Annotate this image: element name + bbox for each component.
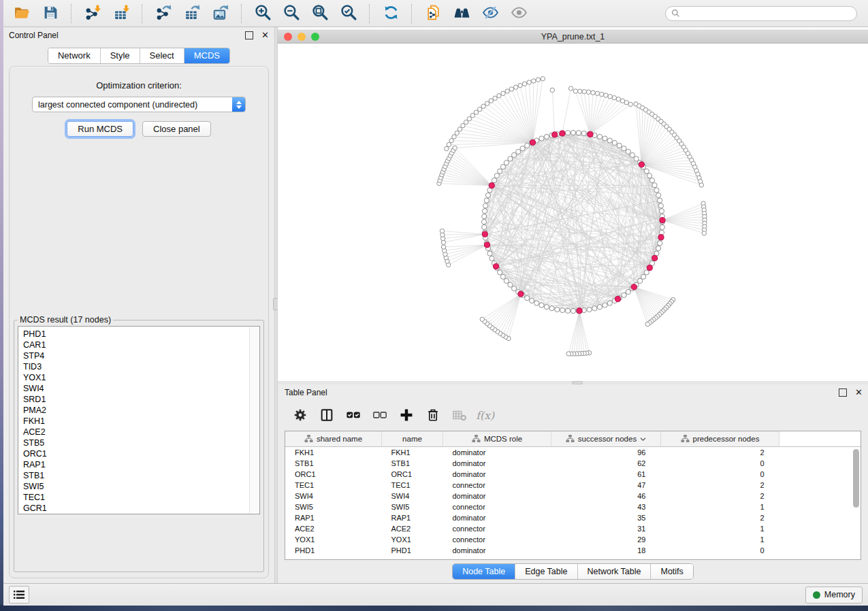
find-button[interactable] <box>449 3 475 24</box>
table-row[interactable]: RAP1RAP1dominator352 <box>285 512 861 523</box>
mcds-hub-node[interactable] <box>482 231 487 237</box>
mcds-hub-node[interactable] <box>530 139 535 145</box>
open-file-button[interactable] <box>9 3 35 24</box>
float-panel-icon[interactable] <box>839 389 847 397</box>
show-columns-button[interactable] <box>315 405 338 427</box>
column-header-predecessor-nodes[interactable]: predecessor nodes <box>661 431 779 447</box>
close-panel-icon[interactable]: ✕ <box>261 32 269 39</box>
import-table-button[interactable] <box>108 3 134 24</box>
column-header-mcds-role[interactable]: MCDS role <box>443 431 551 447</box>
tab-select[interactable]: Select <box>140 48 184 63</box>
mcds-hub-node[interactable] <box>577 308 582 314</box>
show-hidden-button[interactable] <box>506 3 532 24</box>
hide-unhide-button[interactable] <box>477 3 503 24</box>
mcds-result-item[interactable]: YOX1 <box>23 372 259 383</box>
tab-motifs[interactable]: Motifs <box>651 564 692 579</box>
mcds-hub-node[interactable] <box>518 291 524 297</box>
mcds-hub-node[interactable] <box>615 296 620 301</box>
table-row[interactable]: FKH1FKH1dominator962 <box>285 447 861 459</box>
mcds-hub-node[interactable] <box>484 242 489 248</box>
table-scrollbar[interactable] <box>853 449 859 508</box>
mcds-hub-node[interactable] <box>639 162 644 167</box>
table-row[interactable]: YOX1YOX1connector291 <box>285 534 861 545</box>
zoom-in-button[interactable] <box>250 3 276 24</box>
network-canvas[interactable] <box>278 44 868 381</box>
import-network-button[interactable] <box>80 3 106 24</box>
mcds-result-item[interactable]: GCR1 <box>23 503 259 514</box>
splitter-grabber[interactable] <box>572 381 583 384</box>
export-table-button[interactable] <box>179 3 205 24</box>
graph-leaf-nodes[interactable] <box>437 77 707 357</box>
mcds-result-item[interactable]: TID3 <box>23 361 259 372</box>
mcds-result-item[interactable]: PMA2 <box>23 405 259 416</box>
mcds-result-item[interactable]: STB5 <box>23 437 259 448</box>
save-session-button[interactable] <box>37 3 63 24</box>
export-network-button[interactable] <box>150 3 176 24</box>
mcds-result-item[interactable]: CAR1 <box>23 340 259 350</box>
mcds-result-item[interactable]: RAP1 <box>23 459 259 470</box>
panel-menu-button[interactable] <box>9 586 29 604</box>
zoom-out-button[interactable] <box>278 3 304 24</box>
mcds-result-item[interactable]: SWI4 <box>23 383 259 394</box>
export-image-button[interactable] <box>208 3 234 24</box>
mcds-result-item[interactable]: SRD1 <box>23 394 259 405</box>
zoom-selected-button[interactable] <box>336 3 361 24</box>
table-row[interactable]: SWI5SWI5connector431 <box>285 501 861 512</box>
mcds-hub-node[interactable] <box>652 255 658 261</box>
mcds-result-item[interactable]: ORC1 <box>23 448 259 459</box>
memory-button[interactable]: Memory <box>805 587 863 604</box>
mcds-result-item[interactable]: STP4 <box>23 350 259 361</box>
horizontal-splitter[interactable] <box>278 381 868 384</box>
mcds-hub-node[interactable] <box>489 183 494 188</box>
delete-table-button[interactable] <box>448 405 471 427</box>
run-mcds-button[interactable]: Run MCDS <box>67 121 133 137</box>
mcds-hub-node[interactable] <box>660 218 665 223</box>
mcds-result-item[interactable]: TEC1 <box>23 492 259 503</box>
table-row[interactable]: SWI4SWI4dominator462 <box>285 491 861 501</box>
mcds-hub-node[interactable] <box>552 132 558 137</box>
mcds-list-scrollbar[interactable] <box>249 327 259 513</box>
table-settings-button[interactable] <box>289 405 312 427</box>
close-panel-button[interactable]: Close panel <box>142 121 211 137</box>
add-entry-button[interactable] <box>395 405 418 427</box>
mcds-hub-node[interactable] <box>631 284 637 290</box>
mcds-hub-node[interactable] <box>658 235 664 240</box>
refresh-button[interactable] <box>378 3 404 24</box>
table-row[interactable]: TEC1TEC1connector472 <box>285 480 861 491</box>
column-header-shared-name[interactable]: shared name <box>285 431 382 447</box>
deselect-all-button[interactable] <box>368 405 391 427</box>
mcds-result-item[interactable]: ACE2 <box>23 427 259 437</box>
mcds-result-item[interactable]: PHD1 <box>23 329 259 340</box>
optimization-criterion-select[interactable]: largest connected component (undirected) <box>32 97 246 112</box>
table-row[interactable]: ACE2ACE2connector311 <box>285 523 861 534</box>
tab-network-table[interactable]: Network Table <box>578 564 652 579</box>
delete-entry-button[interactable] <box>421 405 445 427</box>
mcds-result-item[interactable]: FKH1 <box>23 416 259 427</box>
search-input[interactable] <box>665 6 857 21</box>
column-header-successor-nodes[interactable]: successor nodes <box>551 431 661 447</box>
tab-style[interactable]: Style <box>101 48 140 63</box>
mcds-hub-node[interactable] <box>588 131 593 137</box>
network-graph[interactable] <box>278 44 868 381</box>
float-panel-icon[interactable] <box>245 31 253 39</box>
table-row[interactable]: STB1STB1dominator620 <box>285 458 861 469</box>
table-row[interactable]: ORC1ORC1dominator610 <box>285 469 861 480</box>
mcds-hub-node[interactable] <box>647 265 652 270</box>
mcds-result-item[interactable]: STB1 <box>23 470 259 481</box>
table-row[interactable]: PHD1PHD1dominator180 <box>285 545 861 556</box>
mcds-result-item[interactable]: SWI5 <box>23 481 259 492</box>
clone-network-button[interactable] <box>420 3 446 24</box>
mcds-hub-node[interactable] <box>560 131 565 136</box>
tab-node-table[interactable]: Node Table <box>453 564 515 579</box>
mcds-hub-node[interactable] <box>494 263 499 269</box>
close-panel-icon[interactable]: ✕ <box>855 389 863 396</box>
tab-mcds[interactable]: MCDS <box>184 48 229 63</box>
column-header-name[interactable]: name <box>382 431 443 447</box>
select-all-button[interactable] <box>342 405 365 427</box>
table-tabs: Node TableEdge TableNetwork TableMotifs <box>452 563 694 580</box>
tab-edge-table[interactable]: Edge Table <box>515 564 577 579</box>
function-builder-button[interactable]: f(x) <box>475 405 498 427</box>
zoom-fit-button[interactable] <box>307 3 333 24</box>
mcds-result-list[interactable]: PHD1CAR1STP4TID3YOX1SWI4SRD1PMA2FKH1ACE2… <box>18 326 260 514</box>
tab-network[interactable]: Network <box>48 48 101 63</box>
